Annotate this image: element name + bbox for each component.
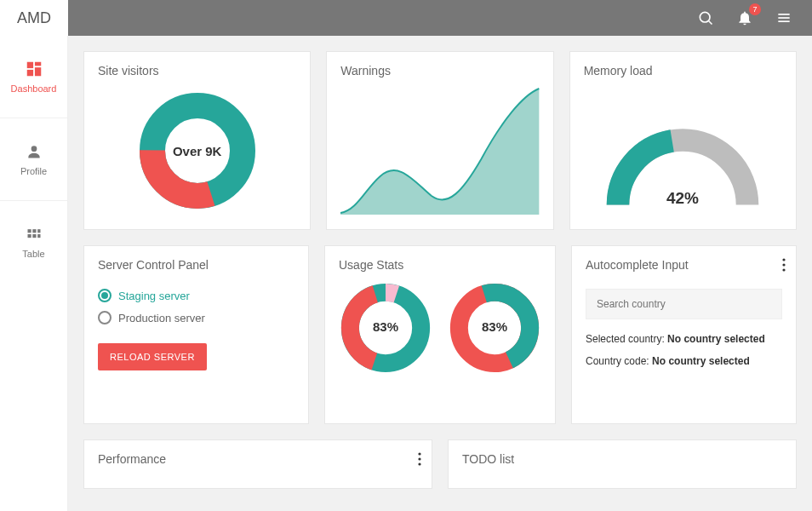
card-performance: Performance (83, 439, 432, 489)
selected-country-line: Selected country: No country selected (586, 333, 782, 345)
svg-rect-8 (26, 70, 32, 76)
radio-label: Production server (118, 312, 205, 324)
svg-point-26 (782, 268, 785, 271)
person-icon (25, 142, 43, 161)
svg-rect-13 (27, 234, 31, 238)
card-menu-icon[interactable] (782, 258, 786, 275)
radio-icon (98, 289, 112, 302)
usage-2-label: 83% (482, 319, 507, 334)
country-code-line: Country code: No country selected (586, 355, 782, 367)
reload-server-button[interactable]: RELOAD SERVER (98, 343, 207, 370)
svg-rect-14 (32, 234, 36, 238)
menu-icon[interactable] (775, 9, 793, 27)
table-icon (25, 225, 43, 244)
card-title: Usage Stats (339, 258, 541, 272)
sidebar-item-label: Dashboard (11, 83, 57, 94)
svg-point-28 (418, 457, 420, 460)
card-server-control: Server Control Panel Staging server Prod… (83, 245, 309, 424)
dashboard-icon (25, 60, 43, 78)
svg-point-9 (31, 146, 37, 152)
warnings-area-chart (340, 87, 539, 215)
sidebar-item-table[interactable]: Table (0, 200, 67, 283)
svg-text:42%: 42% (666, 189, 699, 207)
card-memory-load: Memory load 42% (569, 51, 797, 230)
radio-production[interactable]: Production server (98, 311, 294, 324)
card-title: Server Control Panel (98, 258, 294, 272)
svg-rect-5 (26, 62, 32, 68)
main-content[interactable]: Site visitors Over 9K Warnings (68, 36, 812, 511)
topbar: AMD 7 (0, 0, 812, 36)
card-title: TODO list (462, 452, 782, 466)
sidebar-item-dashboard[interactable]: Dashboard (0, 36, 67, 118)
svg-rect-7 (34, 67, 40, 76)
svg-rect-6 (34, 62, 40, 66)
memory-gauge: 42% (602, 113, 763, 215)
usage-1-label: 83% (373, 319, 398, 334)
svg-point-29 (418, 462, 420, 465)
svg-rect-10 (27, 229, 31, 233)
search-country-input[interactable] (586, 289, 782, 319)
card-title: Site visitors (98, 64, 296, 78)
svg-rect-12 (37, 229, 40, 233)
svg-rect-15 (37, 234, 40, 238)
brand-logo: AMD (0, 0, 68, 36)
card-menu-icon[interactable] (418, 452, 421, 469)
sidebar: Dashboard Profile Table (0, 36, 68, 511)
bell-icon[interactable]: 7 (735, 9, 754, 27)
radio-staging[interactable]: Staging server (98, 289, 294, 302)
radio-icon (98, 311, 112, 324)
notification-badge: 7 (749, 3, 761, 15)
card-title: Warnings (340, 64, 539, 78)
svg-point-0 (700, 12, 710, 22)
card-autocomplete: Autocomplete Input Selected country: No … (571, 245, 797, 424)
card-title: Memory load (584, 64, 782, 78)
radio-label: Staging server (118, 290, 190, 302)
card-title: Autocomplete Input (586, 258, 782, 272)
svg-line-1 (709, 21, 712, 25)
svg-point-24 (782, 258, 785, 261)
svg-point-27 (418, 452, 420, 455)
sidebar-item-profile[interactable]: Profile (0, 118, 67, 200)
visitors-center-label: Over 9K (173, 144, 222, 158)
card-todo: TODO list (448, 439, 797, 489)
sidebar-item-label: Table (22, 249, 44, 259)
card-site-visitors: Site visitors Over 9K (83, 51, 311, 230)
card-title: Performance (98, 452, 418, 466)
svg-rect-11 (32, 229, 36, 233)
svg-point-25 (782, 263, 785, 266)
card-warnings: Warnings (326, 51, 553, 230)
search-icon[interactable] (696, 9, 715, 27)
card-usage-stats: Usage Stats 83% (324, 245, 556, 424)
sidebar-item-label: Profile (20, 166, 47, 176)
